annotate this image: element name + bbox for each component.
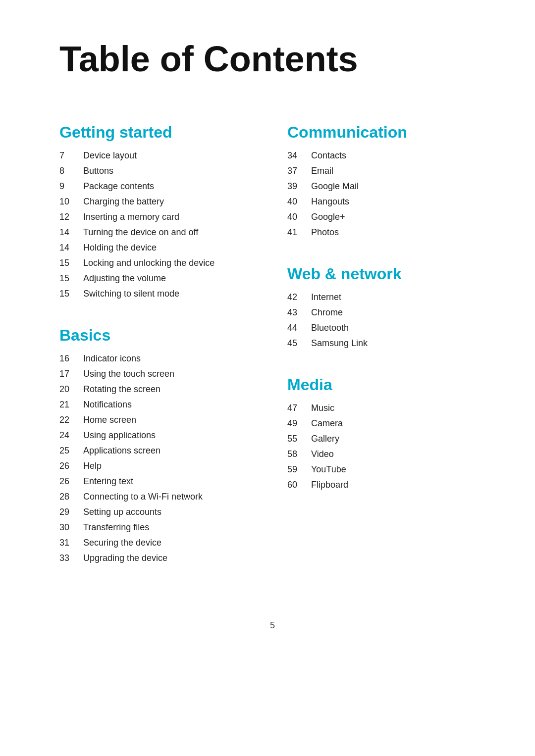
toc-label: Entering text — [83, 476, 133, 487]
toc-label: Turning the device on and off — [83, 227, 198, 238]
toc-label: Locking and unlocking the device — [83, 258, 214, 268]
toc-item: 41Photos — [287, 227, 485, 238]
toc-page-number: 9 — [59, 181, 83, 192]
toc-item: 10Charging the battery — [59, 197, 258, 207]
toc-item: 44Bluetooth — [287, 323, 485, 333]
toc-item: 40Hangouts — [287, 197, 485, 207]
section-basics: Basics16Indicator icons17Using the touch… — [59, 326, 258, 563]
toc-label: Notifications — [83, 400, 132, 410]
toc-label: Music — [311, 403, 334, 413]
page-number: 5 — [59, 620, 485, 631]
toc-label: Using applications — [83, 430, 156, 441]
toc-label: Device layout — [83, 151, 137, 161]
section-heading-communication: Communication — [287, 123, 485, 142]
toc-page-number: 30 — [59, 522, 83, 533]
toc-page-number: 25 — [59, 446, 83, 456]
toc-page-number: 34 — [287, 151, 311, 161]
toc-item: 42Internet — [287, 292, 485, 302]
toc-page-number: 41 — [287, 227, 311, 238]
toc-label: Photos — [311, 227, 339, 238]
toc-page-number: 10 — [59, 197, 83, 207]
toc-item: 58Video — [287, 449, 485, 459]
toc-item: 45Samsung Link — [287, 338, 485, 349]
section-web-network: Web & network42Internet43Chrome44Bluetoo… — [287, 265, 485, 349]
toc-label: Adjusting the volume — [83, 273, 166, 284]
toc-page-number: 7 — [59, 151, 83, 161]
toc-label: Gallery — [311, 434, 339, 444]
toc-page-number: 39 — [287, 181, 311, 192]
toc-label: Internet — [311, 292, 341, 302]
toc-label: Holding the device — [83, 243, 157, 253]
toc-label: Setting up accounts — [83, 507, 161, 517]
toc-page-number: 15 — [59, 273, 83, 284]
toc-item: 34Contacts — [287, 151, 485, 161]
toc-item: 30Transferring files — [59, 522, 258, 533]
section-heading-web-network: Web & network — [287, 265, 485, 283]
toc-item: 24Using applications — [59, 430, 258, 441]
toc-item: 39Google Mail — [287, 181, 485, 192]
toc-page-number: 20 — [59, 384, 83, 395]
toc-page-number: 8 — [59, 166, 83, 176]
toc-label: Buttons — [83, 166, 113, 176]
toc-item: 15Adjusting the volume — [59, 273, 258, 284]
toc-page-number: 15 — [59, 258, 83, 268]
toc-label: Email — [311, 166, 333, 176]
toc-label: Package contents — [83, 181, 154, 192]
toc-page-number: 60 — [287, 480, 311, 490]
toc-label: Bluetooth — [311, 323, 349, 333]
toc-page-number: 22 — [59, 415, 83, 425]
toc-item: 26Help — [59, 461, 258, 471]
toc-item: 43Chrome — [287, 307, 485, 318]
toc-item: 47Music — [287, 403, 485, 413]
toc-item: 40Google+ — [287, 212, 485, 222]
toc-item: 33Upgrading the device — [59, 553, 258, 563]
toc-item: 15Locking and unlocking the device — [59, 258, 258, 268]
toc-item: 9Package contents — [59, 181, 258, 192]
toc-item: 20Rotating the screen — [59, 384, 258, 395]
toc-item: 16Indicator icons — [59, 353, 258, 364]
toc-page-number: 16 — [59, 353, 83, 364]
toc-label: Hangouts — [311, 197, 349, 207]
toc-page-number: 24 — [59, 430, 83, 441]
toc-label: Indicator icons — [83, 353, 141, 364]
toc-page-number: 14 — [59, 227, 83, 238]
toc-item: 49Camera — [287, 418, 485, 429]
toc-item: 26Entering text — [59, 476, 258, 487]
toc-columns: Getting started7Device layout8Buttons9Pa… — [59, 123, 485, 591]
toc-page-number: 49 — [287, 418, 311, 429]
toc-page-number: 37 — [287, 166, 311, 176]
toc-page-number: 44 — [287, 323, 311, 333]
toc-item: 12Inserting a memory card — [59, 212, 258, 222]
toc-page-number: 31 — [59, 538, 83, 548]
toc-page-number: 58 — [287, 449, 311, 459]
left-column: Getting started7Device layout8Buttons9Pa… — [59, 123, 258, 591]
toc-page-number: 59 — [287, 464, 311, 475]
toc-item: 7Device layout — [59, 151, 258, 161]
section-communication: Communication34Contacts37Email39Google M… — [287, 123, 485, 238]
toc-label: Home screen — [83, 415, 136, 425]
toc-label: Video — [311, 449, 334, 459]
toc-page-number: 55 — [287, 434, 311, 444]
toc-item: 60Flipboard — [287, 480, 485, 490]
section-heading-media: Media — [287, 376, 485, 394]
toc-page-number: 26 — [59, 476, 83, 487]
toc-item: 37Email — [287, 166, 485, 176]
toc-page-number: 17 — [59, 369, 83, 379]
toc-label: Connecting to a Wi-Fi network — [83, 492, 203, 502]
toc-label: Samsung Link — [311, 338, 368, 349]
toc-label: YouTube — [311, 464, 346, 475]
toc-item: 22Home screen — [59, 415, 258, 425]
toc-page-number: 26 — [59, 461, 83, 471]
toc-item: 55Gallery — [287, 434, 485, 444]
toc-item: 8Buttons — [59, 166, 258, 176]
toc-item: 21Notifications — [59, 400, 258, 410]
toc-page-number: 40 — [287, 212, 311, 222]
section-media: Media47Music49Camera55Gallery58Video59Yo… — [287, 376, 485, 490]
section-heading-basics: Basics — [59, 326, 258, 345]
toc-page-number: 14 — [59, 243, 83, 253]
right-column: Communication34Contacts37Email39Google M… — [287, 123, 485, 591]
toc-label: Flipboard — [311, 480, 348, 490]
toc-label: Securing the device — [83, 538, 161, 548]
toc-item: 14Turning the device on and off — [59, 227, 258, 238]
toc-label: Rotating the screen — [83, 384, 160, 395]
